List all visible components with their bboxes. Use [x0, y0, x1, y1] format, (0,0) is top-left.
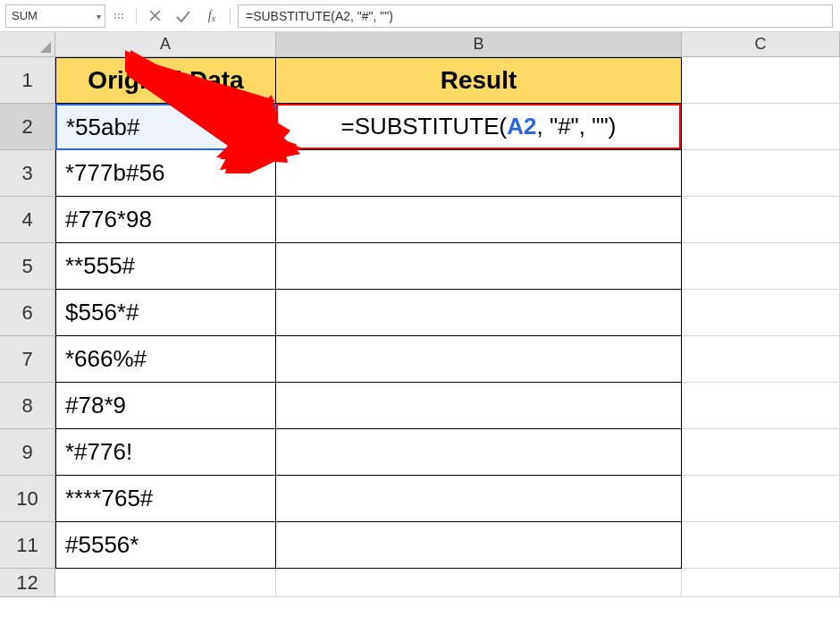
row-header-2[interactable]: 2: [0, 104, 55, 150]
cell-A2[interactable]: *55ab#: [55, 104, 276, 150]
cell-B7[interactable]: [276, 336, 682, 383]
cell-C8[interactable]: [682, 383, 840, 429]
cancel-icon[interactable]: [140, 4, 169, 28]
cell-C3[interactable]: [682, 150, 840, 197]
row-header-8[interactable]: 8: [0, 383, 55, 429]
row-header-11[interactable]: 11: [0, 522, 55, 569]
row-header-4[interactable]: 4: [0, 197, 55, 243]
row-10: 10 ****765#: [0, 476, 840, 522]
cell-B9[interactable]: [276, 429, 682, 476]
chevron-down-icon[interactable]: ▾: [97, 11, 101, 21]
cell-B10[interactable]: [276, 476, 682, 522]
cell-C7[interactable]: [682, 336, 840, 383]
row-header-9[interactable]: 9: [0, 429, 55, 476]
separator: [136, 8, 137, 24]
cell-A3[interactable]: *777b#56: [55, 150, 276, 197]
separator: [230, 8, 231, 24]
cell-B8[interactable]: [276, 383, 682, 429]
cell-C1[interactable]: [682, 57, 840, 104]
cell-A4[interactable]: #776*98: [55, 197, 276, 243]
row-header-5[interactable]: 5: [0, 243, 55, 290]
row-8: 8 #78*9: [0, 383, 840, 429]
enter-icon[interactable]: [169, 4, 197, 28]
column-headers: A B C: [0, 32, 840, 57]
cell-C11[interactable]: [682, 522, 840, 569]
insert-function-icon[interactable]: fx: [197, 4, 226, 28]
cell-A12[interactable]: [55, 569, 276, 597]
cell-B3[interactable]: [276, 150, 682, 197]
cell-B12[interactable]: [276, 569, 682, 597]
row-9: 9 *#776!: [0, 429, 840, 476]
cell-B2-formula: =SUBSTITUTE(A2, "#", ""): [341, 113, 617, 140]
row-header-1[interactable]: 1: [0, 57, 55, 104]
row-2: 2 *55ab# =SUBSTITUTE(A2, "#", "") SUBSTI…: [0, 104, 840, 150]
cell-A6[interactable]: $556*#: [55, 290, 276, 336]
cell-A1[interactable]: Original Data: [55, 57, 276, 104]
formula-bar-controls: fx: [140, 4, 226, 28]
cell-C9[interactable]: [682, 429, 840, 476]
cell-B5[interactable]: [276, 243, 682, 290]
cell-A7[interactable]: *666%#: [55, 336, 276, 383]
cell-B6[interactable]: [276, 290, 682, 336]
cell-B11[interactable]: [276, 522, 682, 569]
formula-bar-text: =SUBSTITUTE(A2, "#", ""): [246, 9, 393, 23]
row-header-7[interactable]: 7: [0, 336, 55, 383]
row-5: 5 **555#: [0, 243, 840, 290]
spreadsheet-grid: A B C 1 Original Data Result 2 *55ab# =S…: [0, 32, 840, 597]
cell-C6[interactable]: [682, 290, 840, 336]
cell-B1[interactable]: Result: [276, 57, 682, 104]
cell-C4[interactable]: [682, 197, 840, 243]
cell-C10[interactable]: [682, 476, 840, 522]
column-header-A[interactable]: A: [55, 32, 276, 57]
row-header-12[interactable]: 12: [0, 569, 55, 597]
row-11: 11 #5556*: [0, 522, 840, 569]
formula-bar-row: SUM ▾ fx =SUBSTITUTE(A2, "#", ""): [0, 0, 840, 32]
row-header-10[interactable]: 10: [0, 476, 55, 522]
cell-A8[interactable]: #78*9: [55, 383, 276, 429]
row-7: 7 *666%#: [0, 336, 840, 383]
column-header-C[interactable]: C: [682, 32, 840, 57]
cell-A10[interactable]: ****765#: [55, 476, 276, 522]
drag-handle-icon: [109, 13, 129, 19]
column-header-B[interactable]: B: [276, 32, 682, 57]
cell-C5[interactable]: [682, 243, 840, 290]
cell-B2[interactable]: =SUBSTITUTE(A2, "#", "") SUBSTITUTE(text…: [276, 104, 682, 150]
row-3: 3 *777b#56: [0, 150, 840, 197]
row-1: 1 Original Data Result: [0, 57, 840, 104]
cell-A5[interactable]: **555#: [55, 243, 276, 290]
row-4: 4 #776*98: [0, 197, 840, 243]
row-6: 6 $556*#: [0, 290, 840, 336]
name-box-value: SUM: [12, 9, 38, 22]
cell-A11[interactable]: #5556*: [55, 522, 276, 569]
formula-bar-input[interactable]: =SUBSTITUTE(A2, "#", ""): [238, 4, 833, 28]
cell-A9[interactable]: *#776!: [55, 429, 276, 476]
cell-C12[interactable]: [682, 569, 840, 597]
row-12: 12: [0, 569, 840, 597]
row-header-3[interactable]: 3: [0, 150, 55, 197]
name-box[interactable]: SUM ▾: [5, 4, 105, 28]
cell-C2[interactable]: [682, 104, 840, 150]
select-all-corner[interactable]: [0, 32, 55, 57]
cell-B4[interactable]: [276, 197, 682, 243]
row-header-6[interactable]: 6: [0, 290, 55, 336]
